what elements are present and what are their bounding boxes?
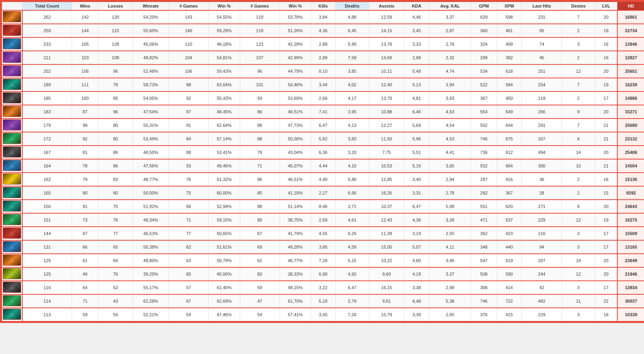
cell-wins: 61: [72, 254, 98, 267]
cell-last_hits: 45: [522, 51, 562, 64]
cell-winrate: 47,56%: [133, 159, 168, 173]
cell-games1: 67: [169, 294, 209, 308]
cell-avg_kal: 3,37: [429, 267, 471, 281]
cell-total_count: 162: [22, 173, 72, 186]
cell-kda: 3,40: [404, 173, 429, 186]
cell-win_pct2: 50,00%: [280, 132, 311, 146]
cell-total_count: 202: [22, 64, 72, 78]
cell-deaths: 4,13: [335, 119, 369, 132]
cell-kda: 4,60: [404, 254, 429, 267]
avatar-cell: ⚔: [2, 132, 22, 146]
cell-losses: 85: [98, 91, 133, 105]
cell-winrate: 55,17%: [133, 281, 168, 294]
col-deaths[interactable]: Deaths: [335, 2, 369, 10]
cell-kills: 5,82: [311, 132, 335, 146]
cell-losses: 80: [98, 132, 133, 146]
col-win-pct2[interactable]: Win %: [280, 2, 311, 10]
cell-lvl: 20: [595, 267, 617, 281]
cell-kda: 5,48: [404, 64, 429, 78]
cell-xpm: 382: [497, 51, 522, 64]
cell-games2: 88: [240, 132, 280, 146]
col-games2[interactable]: # Games: [240, 2, 280, 10]
col-win-pct1[interactable]: Win %: [209, 2, 240, 10]
col-kda[interactable]: KDA: [404, 2, 429, 10]
cell-denies: 3: [562, 227, 595, 240]
avatar-cell: ⚔: [2, 10, 22, 24]
cell-assists: 15,79: [369, 308, 404, 321]
cell-wins: 67: [72, 227, 98, 240]
cell-assists: 14,15: [369, 24, 404, 37]
cell-deaths: 4,61: [335, 213, 369, 227]
cell-gpm: 348: [471, 240, 497, 254]
cell-denies: 3: [562, 240, 595, 254]
cell-denies: 12: [562, 267, 595, 281]
col-kills[interactable]: Kills: [311, 2, 335, 10]
cell-games2: 86: [240, 105, 280, 119]
cell-wins: 66: [72, 240, 98, 254]
cell-xpm: 415: [497, 308, 522, 321]
table-row: ⚔116645255,17%5761,40%5949,15%3,226,4716…: [2, 281, 644, 294]
stats-table: Total Count Wins Losses Winrate # Games …: [1, 1, 644, 322]
cell-hd: 16861: [617, 10, 644, 24]
avatar-cell: ⚔: [2, 159, 22, 173]
cell-win_pct2: 38,75%: [280, 213, 311, 227]
col-assists[interactable]: Assists: [369, 2, 404, 10]
col-wins[interactable]: Wins: [72, 2, 98, 10]
cell-xpm: 618: [497, 64, 522, 78]
cell-kda: 3,33: [404, 37, 429, 51]
cell-winrate: 48,77%: [133, 173, 168, 186]
cell-xpm: 590: [497, 267, 522, 281]
col-lvl[interactable]: LVL: [595, 2, 617, 10]
cell-kills: 3,84: [311, 10, 335, 24]
col-avg-kal[interactable]: Avg. KAL: [429, 2, 471, 10]
cell-wins: 105: [72, 37, 98, 51]
cell-xpm: 612: [497, 146, 522, 159]
col-last-hits[interactable]: Last Hits: [522, 2, 562, 10]
cell-games1: 93: [169, 159, 209, 173]
cell-winrate: 39,20%: [133, 267, 168, 281]
cell-games1: 91: [169, 119, 209, 132]
cell-hd: 13934: [617, 281, 644, 294]
cell-avg_kal: 3,37: [429, 10, 471, 24]
col-losses[interactable]: Losses: [98, 2, 133, 10]
col-total-count[interactable]: Total Count: [22, 2, 72, 10]
cell-lvl: 18: [595, 24, 617, 37]
cell-deaths: 3,71: [335, 200, 369, 213]
avatar-cell: ⚔: [2, 91, 22, 105]
table-row: ⚔1891117858,73%8863,64%10154,46%3,444,02…: [2, 78, 644, 91]
col-denies[interactable]: Denies: [562, 2, 595, 10]
cell-gpm: 534: [471, 64, 497, 78]
cell-total_count: 131: [22, 240, 72, 254]
cell-win_pct1: 62,69%: [209, 294, 240, 308]
cell-last_hits: 244: [522, 267, 562, 281]
cell-gpm: 522: [471, 78, 497, 91]
cell-total_count: 144: [22, 227, 72, 240]
cell-deaths: 4,17: [335, 91, 369, 105]
table-row: ⚔125497639,20%6540,00%6038,33%6,904,929,…: [2, 267, 644, 281]
cell-winrate: 58,73%: [133, 78, 168, 91]
cell-kills: 3,44: [311, 78, 335, 91]
cell-denies: 14: [562, 146, 595, 159]
cell-last_hits: 119: [522, 91, 562, 105]
table-row: ⚔23310512845,06%11048,18%12342,28%2,885,…: [2, 37, 644, 51]
cell-xpm: 423: [497, 227, 522, 240]
cell-losses: 77: [98, 227, 133, 240]
col-gpm[interactable]: GPM: [471, 2, 497, 10]
cell-hd: 13165: [617, 240, 644, 254]
cell-gpm: 324: [471, 37, 497, 51]
cell-denies: 12: [562, 213, 595, 227]
cell-kills: 7,28: [311, 254, 335, 267]
cell-denies: 3: [562, 37, 595, 51]
cell-kda: 5,16: [404, 159, 429, 173]
col-xpm[interactable]: XPM: [497, 2, 522, 10]
cell-lvl: 17: [595, 227, 617, 240]
avatar-cell: ⚔: [2, 200, 22, 213]
col-games1[interactable]: # Games: [169, 2, 209, 10]
cell-losses: 83: [98, 173, 133, 186]
col-hd[interactable]: HD: [617, 2, 644, 10]
table-row: ⚔2021069652,48%10659,43%9644,79%8,103,85…: [2, 64, 644, 78]
cell-last_hits: 231: [522, 10, 562, 24]
cell-win_pct2: 53,78%: [280, 10, 311, 24]
col-winrate[interactable]: Winrate: [133, 2, 168, 10]
cell-wins: 79: [72, 173, 98, 186]
